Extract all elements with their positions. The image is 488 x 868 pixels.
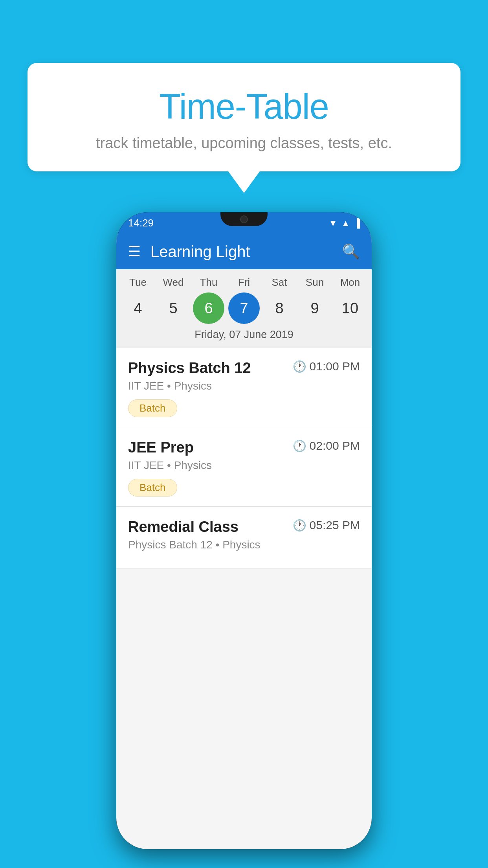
phone-notch	[220, 212, 268, 226]
class-item-1[interactable]: Physics Batch 12 🕐 01:00 PM IIT JEE • Ph…	[116, 348, 372, 427]
day-9[interactable]: 9	[299, 292, 330, 324]
speech-bubble-section: Time-Table track timetable, upcoming cla…	[28, 63, 460, 193]
class-subtitle-2: IIT JEE • Physics	[128, 459, 360, 472]
phone-body: 14:29 ▼ ▲ ▐ ☰ Learning Light 🔍 Tue Wed T…	[116, 212, 372, 849]
hero-title: Time-Table	[47, 86, 441, 127]
speech-bubble: Time-Table track timetable, upcoming cla…	[28, 63, 460, 171]
day-5[interactable]: 5	[158, 292, 189, 324]
day-4[interactable]: 4	[122, 292, 154, 324]
search-icon[interactable]: 🔍	[342, 243, 360, 260]
clock-icon-3: 🕐	[293, 519, 306, 532]
class-item-1-header: Physics Batch 12 🕐 01:00 PM	[128, 360, 360, 377]
clock-icon-2: 🕐	[293, 440, 306, 452]
day-8[interactable]: 8	[264, 292, 295, 324]
day-headers: Tue Wed Thu Fri Sat Sun Mon	[116, 276, 372, 289]
day-numbers: 4 5 6 7 8 9 10	[116, 292, 372, 324]
batch-badge-2: Batch	[128, 479, 177, 497]
class-name-1: Physics Batch 12	[128, 360, 251, 377]
batch-badge-1: Batch	[128, 399, 177, 417]
camera-icon	[240, 215, 248, 223]
class-name-3: Remedial Class	[128, 519, 238, 535]
status-time: 14:29	[128, 217, 154, 229]
class-item-2[interactable]: JEE Prep 🕐 02:00 PM IIT JEE • Physics Ba…	[116, 427, 372, 507]
day-header-thu: Thu	[193, 276, 224, 289]
day-6-today[interactable]: 6	[193, 292, 224, 324]
clock-icon-1: 🕐	[293, 360, 306, 373]
phone-screen: ☰ Learning Light 🔍 Tue Wed Thu Fri Sat S…	[116, 234, 372, 849]
signal-icon: ▲	[341, 218, 350, 228]
day-header-tue: Tue	[122, 276, 154, 289]
day-10[interactable]: 10	[334, 292, 366, 324]
hamburger-menu-icon[interactable]: ☰	[128, 245, 141, 259]
class-time-1: 🕐 01:00 PM	[293, 360, 360, 373]
day-header-sat: Sat	[264, 276, 295, 289]
day-header-mon: Mon	[334, 276, 366, 289]
class-item-3[interactable]: Remedial Class 🕐 05:25 PM Physics Batch …	[116, 507, 372, 568]
status-icons: ▼ ▲ ▐	[329, 218, 360, 228]
class-subtitle-1: IIT JEE • Physics	[128, 380, 360, 392]
class-name-2: JEE Prep	[128, 439, 194, 456]
app-title: Learning Light	[150, 243, 342, 261]
selected-date-label: Friday, 07 June 2019	[116, 329, 372, 344]
day-7-selected[interactable]: 7	[228, 292, 260, 324]
class-item-2-header: JEE Prep 🕐 02:00 PM	[128, 439, 360, 456]
phone-mockup: 14:29 ▼ ▲ ▐ ☰ Learning Light 🔍 Tue Wed T…	[116, 212, 372, 849]
battery-icon: ▐	[354, 218, 360, 228]
class-time-2: 🕐 02:00 PM	[293, 439, 360, 452]
day-header-sun: Sun	[299, 276, 330, 289]
day-header-fri: Fri	[228, 276, 260, 289]
class-subtitle-3: Physics Batch 12 • Physics	[128, 539, 360, 551]
class-item-3-header: Remedial Class 🕐 05:25 PM	[128, 519, 360, 535]
class-time-3: 🕐 05:25 PM	[293, 519, 360, 532]
hero-subtitle: track timetable, upcoming classes, tests…	[47, 135, 441, 152]
day-header-wed: Wed	[158, 276, 189, 289]
speech-bubble-arrow	[228, 171, 260, 193]
app-header: ☰ Learning Light 🔍	[116, 234, 372, 269]
calendar-strip: Tue Wed Thu Fri Sat Sun Mon 4 5 6 7 8 9 …	[116, 269, 372, 348]
wifi-icon: ▼	[329, 218, 338, 228]
